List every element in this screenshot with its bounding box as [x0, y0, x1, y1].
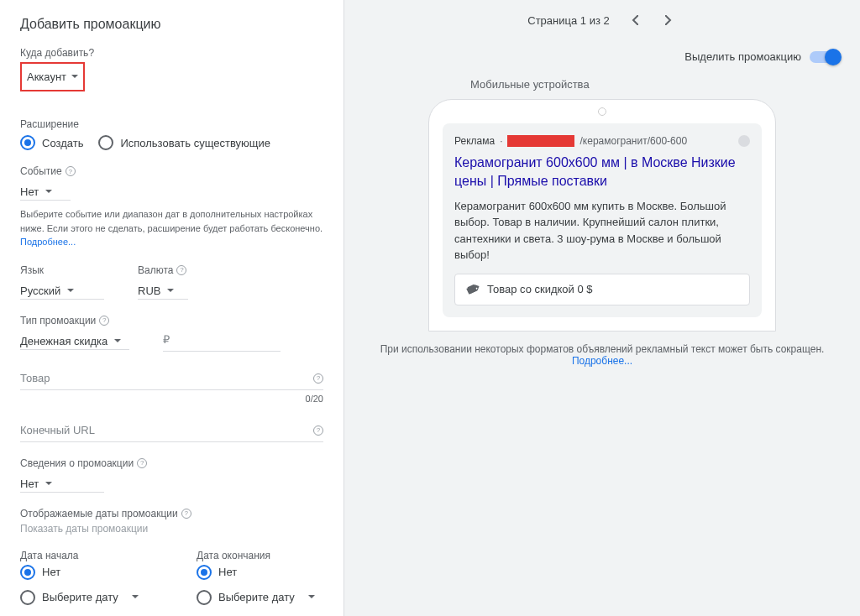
help-icon[interactable]: ? [176, 265, 186, 275]
mobile-preview-frame: Реклама · /керамогранит/600-600 Керамогр… [428, 99, 776, 331]
language-dropdown[interactable]: Русский [20, 279, 104, 300]
chevron-right-icon [665, 15, 672, 25]
end-date-none[interactable]: Нет [197, 565, 322, 580]
promo-details-value: Нет [20, 478, 39, 490]
ad-preview-card: Реклама · /керамогранит/600-600 Керамогр… [443, 123, 762, 317]
promo-type-dropdown[interactable]: Денежная скидка [20, 330, 129, 350]
ad-title: Керамогранит 600x600 мм | в Москве Низки… [454, 154, 750, 191]
start-date-label: Дата начала [20, 550, 146, 561]
radio-icon [197, 565, 212, 580]
start-date-none[interactable]: Нет [20, 565, 146, 580]
help-icon[interactable]: ? [313, 425, 323, 436]
radio-icon [20, 590, 35, 605]
preview-learn-more-link[interactable]: Подробнее... [572, 355, 632, 367]
ad-promo-text: Товар со скидкой 0 $ [487, 283, 593, 295]
help-icon[interactable]: ? [99, 316, 109, 326]
chevron-left-icon [632, 15, 638, 25]
product-input[interactable] [20, 367, 323, 390]
device-label: Мобильные устройства [344, 78, 860, 91]
chevron-down-icon [45, 190, 52, 194]
highlight-toggle[interactable] [810, 51, 840, 63]
account-highlight: Аккаунт [20, 62, 85, 91]
chevron-down-icon [132, 595, 139, 599]
preview-footer: При использовании некоторых форматов объ… [344, 331, 860, 378]
promo-type-label: Тип промоакции ? [20, 315, 129, 326]
amount-input[interactable]: ₽ [163, 328, 281, 352]
radio-icon [20, 135, 35, 150]
page-indicator: Страница 1 из 2 [527, 14, 609, 27]
radio-pick-label: Выберите дату [42, 591, 118, 603]
chevron-down-icon [71, 75, 78, 79]
radio-icon [197, 590, 212, 605]
language-value: Русский [20, 285, 60, 297]
speaker-icon [598, 107, 606, 116]
currency-label: Валюта ? [138, 264, 188, 276]
where-label: Куда добавить? [20, 47, 323, 59]
language-label: Язык [20, 264, 104, 276]
chevron-down-icon [45, 482, 52, 486]
extension-label: Расширение [20, 118, 323, 130]
prev-page-button[interactable] [627, 12, 643, 29]
event-value: Нет [20, 185, 39, 198]
highlight-toggle-label: Выделить промоакцию [684, 50, 801, 63]
radio-create-label: Создать [42, 137, 83, 149]
ad-url-suffix: /керамогранит/600-600 [579, 135, 687, 147]
next-page-button[interactable] [660, 12, 677, 29]
end-date-label: Дата окончания [197, 550, 322, 561]
display-dates-hint: Показать даты промоакции [20, 523, 323, 535]
ad-description: Керамогранит 600x600 мм купить в Москве.… [454, 198, 750, 264]
end-date-pick[interactable]: Выберите дату [197, 590, 322, 605]
chevron-down-icon [67, 289, 74, 293]
promo-details-label: Сведения о промоакции ? [20, 457, 323, 469]
display-dates-label: Отображаемые даты промоакции ? [20, 508, 323, 519]
help-icon[interactable]: ? [181, 509, 191, 519]
product-char-count: 0/20 [20, 394, 323, 404]
ad-label: Реклама [454, 135, 495, 147]
ad-separator: · [500, 135, 502, 147]
event-label: Событие ? [20, 165, 323, 177]
help-icon[interactable]: ? [313, 373, 323, 384]
event-hint: Выберите событие или диапазон дат в допо… [20, 207, 323, 249]
currency-value: RUB [138, 285, 160, 297]
promo-type-value: Денежная скидка [20, 335, 108, 347]
chevron-down-icon [167, 289, 174, 293]
chevron-down-icon [308, 595, 315, 599]
chevron-down-icon [114, 339, 121, 343]
radio-pick-label: Выберите дату [218, 591, 295, 603]
account-value: Аккаунт [27, 70, 66, 83]
ad-domain-redacted [507, 135, 574, 147]
panel-title: Добавить промоакцию [20, 17, 323, 32]
ad-promo-extension: Товар со скидкой 0 $ [454, 274, 750, 305]
radio-icon [98, 135, 113, 150]
help-icon[interactable]: ? [137, 458, 147, 468]
event-dropdown[interactable]: Нет [20, 180, 71, 201]
radio-none-label: Нет [218, 566, 237, 578]
radio-create[interactable]: Создать [20, 135, 83, 150]
radio-existing-label: Использовать существующие [120, 137, 270, 149]
final-url-input[interactable] [20, 419, 323, 442]
account-dropdown[interactable]: Аккаунт [27, 65, 78, 88]
start-date-pick[interactable]: Выберите дату [20, 590, 146, 605]
info-icon[interactable] [738, 135, 750, 147]
tag-icon [464, 281, 481, 299]
radio-icon [20, 565, 35, 580]
currency-dropdown[interactable]: RUB [138, 279, 188, 300]
radio-existing[interactable]: Использовать существующие [98, 135, 270, 150]
learn-more-link[interactable]: Подробнее... [20, 237, 76, 247]
radio-none-label: Нет [42, 566, 60, 578]
help-icon[interactable]: ? [66, 166, 76, 176]
promo-details-dropdown[interactable]: Нет [20, 472, 104, 493]
